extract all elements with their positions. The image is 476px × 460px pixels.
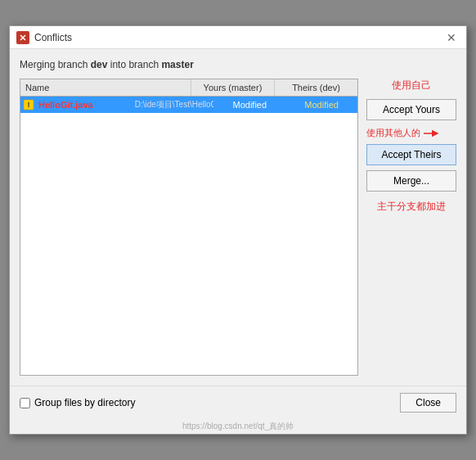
- row-conflict-icon: !: [20, 97, 37, 113]
- merge-text-middle: into branch: [107, 59, 161, 70]
- accept-yours-button[interactable]: Accept Yours: [366, 99, 456, 120]
- dialog-body: Merging branch dev into branch master Na…: [10, 49, 466, 386]
- dialog-footer: Group files by directory Close: [10, 386, 466, 419]
- title-bar: Conflicts ✕: [10, 26, 466, 49]
- group-files-checkbox[interactable]: [20, 398, 30, 408]
- merge-info: Merging branch dev into branch master: [20, 59, 456, 70]
- row-filename: HelloGit.java: [37, 97, 133, 112]
- annotation-use-theirs: 使用其他人的: [366, 127, 420, 139]
- col-name-header: Name: [20, 79, 191, 96]
- group-files-label[interactable]: Group files by directory: [34, 397, 135, 408]
- col-theirs-header: Theirs (dev): [275, 79, 357, 96]
- accept-theirs-button[interactable]: Accept Theirs: [366, 144, 456, 165]
- merge-button[interactable]: Merge...: [366, 170, 456, 192]
- annotation-main-branch: 主干分支都加进: [366, 200, 456, 214]
- window-title: Conflicts: [34, 32, 443, 43]
- table-row[interactable]: ! HelloGit.java D:\ide项目\Test\HelloGi Mo…: [20, 97, 357, 113]
- row-yours-status: Modified: [213, 97, 285, 112]
- col-yours-header: Yours (master): [191, 79, 275, 96]
- app-icon: [16, 31, 29, 44]
- conflicts-dialog: Conflicts ✕ Merging branch dev into bran…: [9, 25, 467, 435]
- content-area: Name Yours (master) Theirs (dev) ! Hello…: [20, 79, 456, 376]
- close-button[interactable]: Close: [400, 393, 456, 413]
- buttons-panel: 使用自己 Accept Yours 使用其他人的 Accept Theirs: [366, 79, 456, 376]
- table-header: Name Yours (master) Theirs (dev): [20, 79, 357, 97]
- conflicts-table: Name Yours (master) Theirs (dev) ! Hello…: [20, 79, 358, 376]
- close-icon[interactable]: ✕: [443, 29, 460, 46]
- arrow-icon: [424, 128, 440, 139]
- merge-text-prefix: Merging branch: [20, 59, 91, 70]
- svg-text:!: !: [28, 101, 30, 109]
- row-theirs-status: Modified: [285, 97, 357, 112]
- watermark: https://blog.csdn.net/qt_真的帅: [10, 419, 466, 434]
- row-path: D:\ide项目\Test\HelloGi: [133, 97, 214, 113]
- branch-from: dev: [91, 59, 108, 70]
- annotation-use-yours: 使用自己: [366, 79, 456, 92]
- branch-to: master: [161, 59, 193, 70]
- group-files-area: Group files by directory: [20, 397, 135, 408]
